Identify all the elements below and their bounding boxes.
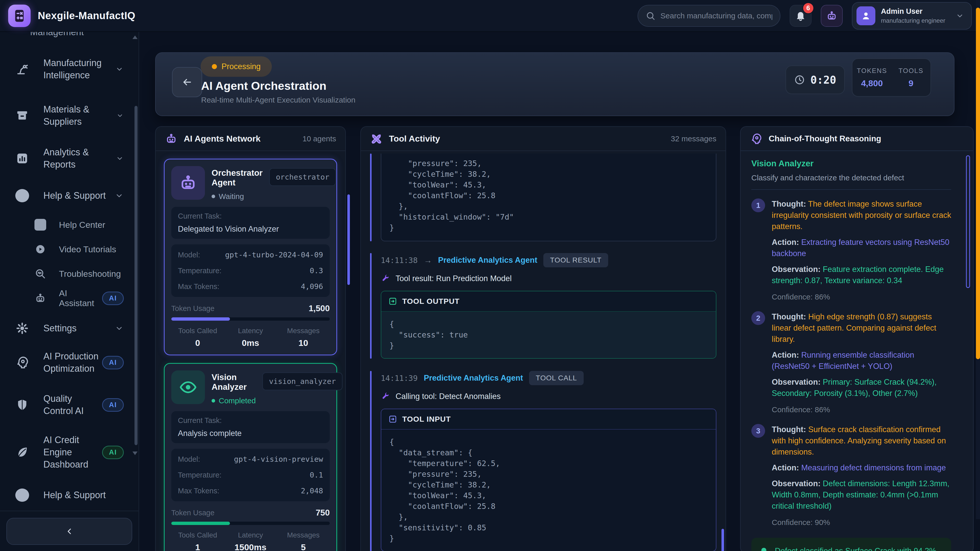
sidebar-item-quality-control-ai[interactable]: Quality Control AI AI (0, 392, 138, 417)
agent-name: Orchestrator Agent (212, 166, 262, 187)
diagnostics-search-icon (35, 268, 46, 280)
sidebar-item-analytics-reports[interactable]: Analytics & Reports (0, 146, 138, 171)
ai-badge: AI (102, 398, 124, 412)
temperature-value: 0.3 (310, 266, 323, 275)
leaf-icon (15, 445, 29, 459)
sidebar-item-help-center[interactable]: ? Help Center (0, 213, 138, 237)
agent-card-vision-analyzer[interactable]: Vision Analyzer Completed vision_analyze… (164, 363, 337, 551)
head-gear-icon (15, 356, 29, 369)
action-text: Measuring defect dimensions from image (801, 463, 946, 472)
user-menu[interactable]: Admin User manufacturing engineer (852, 2, 972, 30)
archive-box-icon (15, 109, 29, 122)
model-value: gpt-4-turbo-2024-04-09 (225, 251, 323, 259)
sidebar-item-help-support[interactable]: ? Help & Support (0, 189, 138, 202)
code-block: "pressure": 235, "cycleTime": 38.2, "too… (381, 154, 716, 241)
app-logo[interactable] (8, 5, 30, 27)
tools-called-value: 0 (171, 338, 224, 348)
sidebar-item-settings[interactable]: Settings (0, 322, 138, 335)
sidebar-scrollbar[interactable] (135, 106, 138, 445)
orchestration-header-card: Processing AI Agent Orchestration Real-t… (155, 52, 955, 116)
head-gear-icon (750, 133, 762, 145)
clock-icon (794, 74, 805, 86)
status-dot (212, 64, 217, 69)
box-arrow-in-icon (388, 415, 397, 424)
messages-value: 5 (277, 542, 330, 551)
timestamp: 14:11:38 (381, 256, 418, 265)
conclusion-text: Defect classified as Surface Crack with … (775, 545, 943, 551)
user-role: manufacturing engineer (881, 17, 945, 24)
model-params-box: Model:gpt-4-turbo-2024-04-09 Temperature… (171, 245, 330, 297)
tool-message-text: Calling tool: Detect Anomalies (396, 392, 501, 401)
sidebar-item-ai-assistant[interactable]: AI Assistant AI (0, 286, 138, 310)
global-search[interactable] (638, 5, 780, 27)
tool-activity-count: 32 messages (671, 135, 716, 143)
sidebar-footer (0, 511, 138, 551)
sidebar-item-video-tutorials[interactable]: Video Tutorials (0, 237, 138, 262)
agents-count: 10 agents (302, 135, 336, 143)
avatar (856, 6, 875, 25)
reasoning-step-2: 2 Thought: High edge strength (0.87) sug… (751, 311, 951, 415)
tool-activity-scrollbar[interactable] (721, 529, 724, 551)
block-label: TOOL INPUT (402, 415, 451, 424)
ai-badge: AI (102, 356, 124, 369)
timer-value: 0:20 (810, 74, 836, 86)
notifications-button[interactable]: 6 (790, 5, 811, 27)
tool-message-scrolled: "pressure": 235, "cycleTime": 38.2, "too… (370, 154, 716, 241)
sidebar-item-ai-production-optimization[interactable]: AI Production Optimization AI (0, 350, 138, 375)
sidebar-scroll-down-arrow[interactable] (132, 451, 138, 455)
agent-tag: orchestrator (269, 168, 336, 186)
json-code: { "success": true } (390, 319, 708, 351)
agent-link[interactable]: Predictive Analytics Agent (424, 373, 523, 383)
tokens-value: 4,800 (853, 78, 891, 88)
reasoning-task: Classify and characterize the detected d… (751, 173, 951, 182)
robot-icon (826, 10, 838, 22)
reasoning-scrollbar[interactable] (966, 156, 970, 288)
agent-status: Completed (212, 396, 256, 405)
shield-icon (15, 398, 29, 412)
status-dot (212, 195, 215, 198)
confidence: Confidence: 86% (772, 291, 951, 303)
agent-avatar-robot-icon (171, 166, 205, 200)
agent-link[interactable]: Predictive Analytics Agent (438, 256, 538, 265)
block-label: TOOL OUTPUT (402, 297, 460, 306)
current-task-box: Current Task: Analysis complete (171, 411, 330, 443)
current-task-value: Delegated to Vision Analyzer (178, 224, 323, 233)
sidebar: Management Manufacturing Intelligence Ma… (0, 32, 139, 551)
back-button[interactable] (172, 67, 202, 97)
sidebar-scroll-area: Management Manufacturing Intelligence Ma… (0, 32, 138, 511)
page-subtitle: Real-time Multi-Agent Execution Visualiz… (201, 96, 355, 104)
agents-scrollbar[interactable] (347, 194, 350, 285)
max-tokens-value: 2,048 (301, 486, 323, 495)
agent-card-orchestrator[interactable]: Orchestrator Agent Waiting orchestrator … (164, 159, 337, 355)
play-circle-icon (35, 243, 46, 256)
ai-assistant-button[interactable] (821, 5, 843, 27)
search-input[interactable] (660, 11, 772, 20)
tool-activity-panel: Tool Activity 32 messages "pressure": 23… (360, 126, 726, 551)
page-scrollbar-thumb[interactable] (976, 8, 980, 359)
token-usage-value: 750 (316, 508, 330, 518)
sidebar-item-management[interactable]: Management (30, 32, 84, 38)
question-circle-icon: ? (15, 489, 29, 502)
step-number: 2 (751, 311, 765, 325)
sidebar-item-materials-suppliers[interactable]: Materials & Suppliers (0, 103, 138, 128)
max-tokens-value: 4,096 (301, 282, 323, 291)
sidebar-item-ai-credit-engine[interactable]: AI Credit Engine Dashboard AI (0, 434, 138, 471)
sidebar-collapse-button[interactable] (6, 518, 132, 545)
robot-icon (165, 132, 178, 145)
sidebar-item-manufacturing-intelligence[interactable]: Manufacturing Intelligence (0, 57, 138, 81)
reasoning-step-3: 3 Thought: Surface crack classification … (751, 424, 951, 528)
token-usage-bar (171, 318, 330, 321)
agent-name: Vision Analyzer (212, 370, 256, 392)
user-name: Admin User (881, 7, 945, 16)
latency-value: 1500ms (224, 542, 277, 551)
sidebar-item-help-support-2[interactable]: ? Help & Support (0, 489, 138, 502)
sidebar-item-troubleshooting[interactable]: Troubleshooting (0, 262, 138, 286)
tools-value: 9 (891, 78, 931, 88)
step-number: 3 (751, 424, 765, 438)
question-circle-icon: ? (15, 189, 29, 202)
tool-input-block: TOOL INPUT { "data_stream": { "temperatu… (381, 409, 716, 551)
token-usage-value: 1,500 (309, 303, 330, 313)
sidebar-scroll-up-arrow[interactable] (132, 35, 138, 39)
notification-count-badge: 6 (802, 2, 814, 14)
temperature-value: 0.1 (310, 471, 323, 479)
